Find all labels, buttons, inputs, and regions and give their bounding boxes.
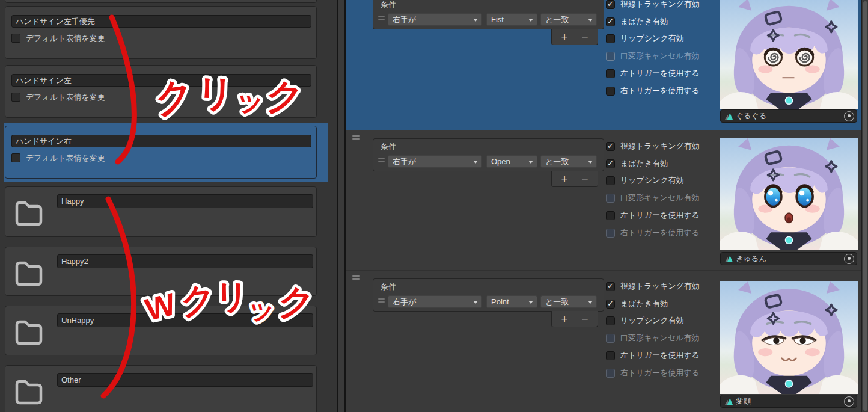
list-item-handsign-right[interactable]: デフォルト表情を変更 [5,126,317,179]
checkbox[interactable] [606,69,615,78]
checkbox[interactable] [606,17,615,26]
remove-condition-button[interactable]: − [579,313,591,325]
name-field[interactable] [57,194,313,208]
list-item-folder-unhappy[interactable] [5,306,317,355]
condition-title: 条件 [381,141,396,152]
condition-add-remove-box: + − [551,311,598,327]
list-item-handsign-left[interactable]: デフォルト表情を変更 [5,65,317,118]
list-item-folder-other[interactable] [5,365,317,412]
list-item-partial[interactable] [5,0,317,3]
drag-handle-icon[interactable] [378,16,385,20]
condition-box: 条件 右手が Point と一致 [373,278,604,312]
animation-clip-field[interactable]: きゅるん [720,252,857,265]
name-field[interactable] [57,254,313,268]
checkbox[interactable] [606,211,615,220]
scrollbar-thumb[interactable] [863,1,867,411]
toggle-lipsync[interactable]: リップシンク有効 [606,316,684,325]
list-item-folder-happy2[interactable] [5,247,317,296]
object-picker-icon[interactable] [844,254,854,264]
toggle-right-trigger: 右トリガーを使用する [606,368,700,378]
checkbox [606,369,615,378]
folder-icon [13,317,43,348]
toggle-lipsync[interactable]: リップシンク有効 [606,176,684,185]
name-field[interactable] [11,135,311,147]
match-select-dropdown[interactable]: と一致 [540,13,597,26]
checkbox[interactable] [606,351,615,360]
toggle-blink[interactable]: まばたき有効 [606,159,668,168]
remove-condition-button[interactable]: − [579,31,591,43]
checkbox[interactable] [606,159,615,168]
remove-condition-button[interactable]: − [579,173,591,185]
name-field[interactable] [11,15,311,28]
hand-select-dropdown[interactable]: 右手が [388,295,482,308]
list-item-handsign-left-priority[interactable]: デフォルト表情を変更 [5,6,317,59]
checkbox[interactable] [606,87,615,96]
condition-row-point[interactable]: 条件 右手が Point と一致 + − 視線トラッキング有効 まばたき有効 リ… [346,271,861,412]
checkbox[interactable] [606,142,615,151]
default-expression-checkbox[interactable] [11,93,20,102]
avatar-preview-image [720,138,858,250]
toggle-lipsync[interactable]: リップシンク有効 [606,34,684,43]
checkbox [606,52,615,61]
chevron-down-icon [528,301,533,304]
toggle-left-trigger[interactable]: 左トリガーを使用する [606,351,700,360]
checkbox[interactable] [606,300,615,309]
condition-box: 条件 右手が Fist と一致 [373,0,604,29]
toggle-left-trigger[interactable]: 左トリガーを使用する [606,69,700,78]
match-select-dropdown[interactable]: と一致 [540,295,597,308]
add-condition-button[interactable]: + [558,173,570,185]
animation-clip-name: ぐるぐる [736,111,844,121]
hand-select-dropdown[interactable]: 右手が [388,155,482,168]
folder-icon [13,198,43,229]
toggle-mouth-cancel: 口変形キャンセル有効 [606,51,700,61]
row-drag-handle[interactable] [352,135,360,140]
toggle-eye-tracking[interactable]: 視線トラッキング有効 [606,141,700,151]
row-drag-handle[interactable] [352,275,360,280]
toggle-eye-tracking[interactable]: 視線トラッキング有効 [606,281,700,291]
name-field[interactable] [57,313,313,327]
add-condition-button[interactable]: + [558,31,570,43]
condition-row-fist[interactable]: 条件 右手が Fist と一致 + − 視線トラッキング有効 まばたき有効 リッ… [346,0,861,131]
default-expression-checkbox[interactable] [11,34,20,43]
default-expression-checkbox[interactable] [11,153,20,162]
toggle-eye-tracking[interactable]: 視線トラッキング有効 [606,0,700,9]
object-picker-icon[interactable] [844,396,854,407]
folder-icon [13,258,43,289]
checkbox [606,194,615,203]
name-field[interactable] [57,373,313,387]
condition-row-open[interactable]: 条件 右手が Open と一致 + − 視線トラッキング有効 まばたき有効 リッ… [346,131,861,272]
toggle-right-trigger[interactable]: 右トリガーを使用する [606,86,700,96]
toggle-blink[interactable]: まばたき有効 [606,299,668,309]
hand-select-dropdown[interactable]: 右手が [388,13,482,26]
toggle-left-trigger[interactable]: 左トリガーを使用する [606,211,700,220]
checkbox[interactable] [606,316,615,325]
gesture-select-dropdown[interactable]: Fist [486,13,537,26]
drag-handle-icon[interactable] [378,158,385,162]
add-condition-button[interactable]: + [558,313,570,325]
name-field[interactable] [11,74,311,87]
editor-window: デフォルト表情を変更 デフォルト表情を変更 デフォルト表情を変更 [0,0,868,412]
expression-list-panel: デフォルト表情を変更 デフォルト表情を変更 デフォルト表情を変更 [0,0,337,412]
gesture-select-dropdown[interactable]: Point [486,295,537,308]
gesture-select-dropdown[interactable]: Open [486,155,537,168]
condition-box: 条件 右手が Open と一致 [373,138,604,171]
list-item-folder-happy[interactable] [5,186,317,237]
condition-title: 条件 [381,0,396,10]
drag-handle-icon[interactable] [378,298,385,303]
chevron-down-icon [473,161,478,164]
toggle-blink[interactable]: まばたき有効 [606,17,668,26]
object-picker-icon[interactable] [844,111,854,121]
animation-clip-field[interactable]: 変顔 [720,395,857,408]
toggle-mouth-cancel: 口変形キャンセル有効 [606,193,700,203]
chevron-down-icon [528,19,533,22]
checkbox[interactable] [606,34,615,43]
folder-icon [13,377,43,408]
default-expression-label: デフォルト表情を変更 [26,153,105,163]
checkbox[interactable] [606,282,615,291]
panel-gutter [338,0,344,412]
avatar-preview-image [720,281,858,394]
checkbox[interactable] [606,176,615,185]
match-select-dropdown[interactable]: と一致 [540,155,597,168]
checkbox[interactable] [606,0,615,9]
animation-clip-field[interactable]: ぐるぐる [720,109,857,123]
